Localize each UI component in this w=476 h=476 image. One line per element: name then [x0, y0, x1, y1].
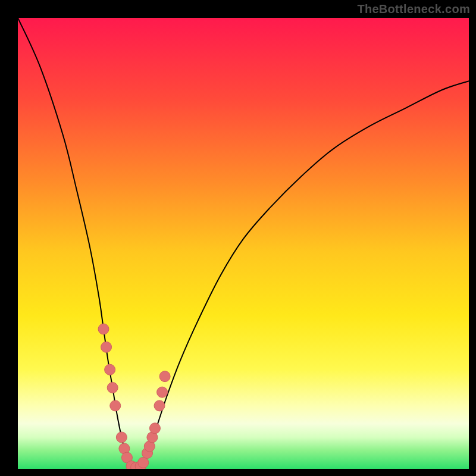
highlighted-point [159, 371, 170, 382]
highlighted-point [157, 387, 168, 397]
highlighted-point [154, 400, 165, 411]
highlighted-point [98, 324, 109, 334]
highlighted-point [105, 364, 115, 375]
curve-layer [18, 18, 469, 469]
highlighted-point [116, 432, 127, 443]
highlighted-point [149, 423, 160, 434]
bottleneck-curve-right [135, 81, 469, 469]
highlighted-point [107, 383, 118, 393]
chart-stage: TheBottleneck.com [0, 0, 476, 476]
highlighted-point [101, 342, 112, 352]
plot-area [18, 18, 469, 469]
highlighted-points-group [98, 324, 170, 469]
watermark-text: TheBottleneck.com [357, 2, 470, 16]
highlighted-point [110, 400, 121, 411]
highlighted-point [138, 457, 149, 468]
